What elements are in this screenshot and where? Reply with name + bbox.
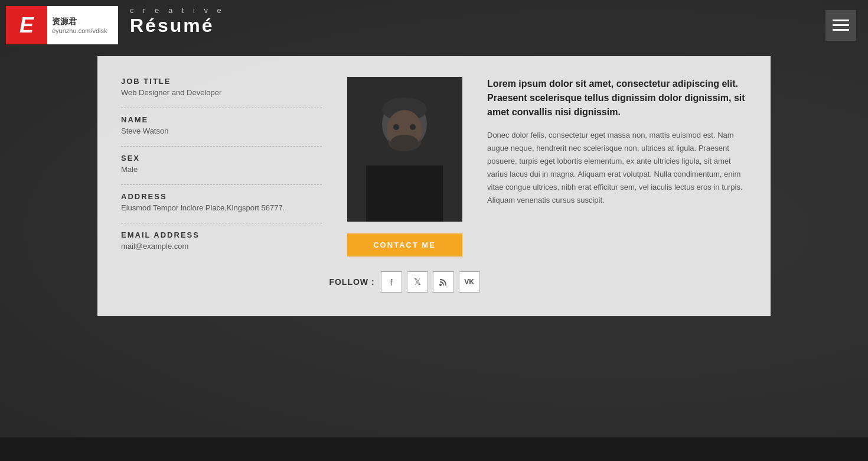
divider-1	[121, 108, 322, 108]
address-section: ADDRESS Eiusmod Tempor inclore Place,Kin…	[121, 192, 322, 218]
bio-body: Donec dolor felis, consectetur eget mass…	[487, 129, 747, 207]
follow-row: FOLLOW : f 𝕏 VK	[329, 271, 479, 293]
facebook-icon[interactable]: f	[381, 271, 402, 293]
social-icons: f 𝕏 VK	[381, 271, 480, 293]
left-column: JOB TITLE Web Designer and Developer NAM…	[121, 77, 322, 293]
divider-3	[121, 184, 322, 185]
job-title-section: JOB TITLE Web Designer and Developer	[121, 77, 322, 103]
main-card: JOB TITLE Web Designer and Developer NAM…	[97, 56, 771, 316]
name-section: NAME Steve Watson	[121, 115, 322, 141]
menu-icon-line2	[833, 24, 849, 26]
sex-label: SEX	[121, 154, 322, 163]
logo-letter: E	[6, 6, 47, 44]
rss-svg	[439, 277, 448, 287]
svg-point-9	[390, 135, 419, 151]
sex-section: SEX Male	[121, 154, 322, 180]
logo-area: E 资源君 eyunzhu.com/vdisk	[6, 6, 118, 44]
email-section: EMAIL ADDRESS mail@example.com	[121, 230, 322, 257]
menu-icon-line1	[833, 20, 849, 21]
sex-value: Male	[121, 165, 322, 180]
center-column: CONTACT ME FOLLOW : f 𝕏 VK	[345, 77, 464, 293]
vk-icon[interactable]: VK	[459, 271, 480, 293]
email-value: mail@example.com	[121, 242, 322, 257]
profile-photo	[347, 77, 462, 222]
logo-text: 资源君 eyunzhu.com/vdisk	[47, 6, 118, 44]
header-title-area: c r e a t i v e Résumé	[130, 6, 225, 37]
name-value: Steve Watson	[121, 126, 322, 141]
logo-url: eyunzhu.com/vdisk	[52, 27, 113, 34]
address-value: Eiusmod Tempor inclore Place,Kingsport 5…	[121, 203, 322, 218]
bio-title: Lorem ipsum dolor sit amet, consectetur …	[487, 77, 747, 119]
svg-point-8	[410, 124, 416, 130]
rss-icon[interactable]	[433, 271, 454, 293]
email-label: EMAIL ADDRESS	[121, 230, 322, 239]
profile-photo-svg	[347, 77, 462, 222]
header-subtitle: c r e a t i v e	[130, 6, 225, 15]
right-column: Lorem ipsum dolor sit amet, consectetur …	[487, 77, 747, 293]
footer	[0, 437, 868, 461]
address-label: ADDRESS	[121, 192, 322, 201]
divider-2	[121, 146, 322, 147]
job-title-value: Web Designer and Developer	[121, 88, 322, 103]
name-label: NAME	[121, 115, 322, 124]
menu-button[interactable]	[825, 10, 856, 41]
svg-rect-5	[366, 165, 443, 222]
header: E 资源君 eyunzhu.com/vdisk c r e a t i v e …	[0, 0, 868, 50]
menu-icon-line3	[833, 29, 849, 31]
follow-label: FOLLOW :	[329, 277, 374, 287]
svg-point-7	[393, 124, 399, 130]
contact-me-button[interactable]: CONTACT ME	[347, 233, 462, 257]
logo-cn: 资源君	[52, 17, 113, 27]
divider-4	[121, 223, 322, 223]
header-main-title: Résumé	[130, 15, 225, 37]
twitter-icon[interactable]: 𝕏	[407, 271, 428, 293]
svg-point-10	[439, 284, 442, 286]
job-title-label: JOB TITLE	[121, 77, 322, 86]
